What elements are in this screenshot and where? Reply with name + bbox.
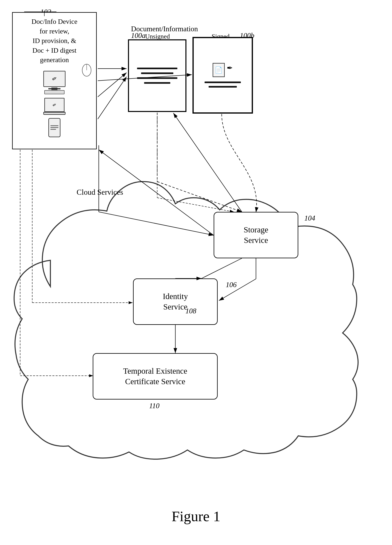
tec-service-box: Temporal ExistenceCertificate Service (93, 353, 218, 400)
pen-icon: ✒ (227, 64, 233, 72)
signed-doc-content: 📄 ✒ (198, 63, 248, 87)
storage-service-text: StorageService (244, 225, 268, 246)
identity-service-box: IdentityService (133, 279, 218, 325)
signed-doc-line-2 (209, 86, 237, 87)
monitor-1: ✏ (43, 71, 66, 87)
signed-document-box: 📄 ✒ (193, 37, 253, 114)
signed-doc-line-1 (205, 81, 241, 83)
signed-doc-icon-area: 📄 ✒ (213, 63, 233, 77)
unsigned-document-box (128, 39, 187, 112)
doc-line-4 (144, 82, 170, 84)
doc-header: Document/Information (131, 24, 198, 34)
ref-108: 108 (185, 307, 196, 315)
device-box: Doc/Info Devicefor review,ID provision, … (12, 12, 97, 149)
doc-line-1 (137, 68, 177, 69)
phone-line-3 (50, 129, 56, 130)
identity-service-text: IdentityService (163, 291, 188, 312)
svg-line-5 (98, 73, 127, 97)
phone-screen (50, 125, 58, 130)
desktop-computer-1: ✏ (43, 71, 66, 94)
ref-104: 104 (304, 214, 315, 222)
doc-line-3 (137, 77, 177, 79)
laptop-icon: ✏ (43, 98, 66, 115)
doc-line-2 (141, 72, 173, 74)
diagram: 102 100a 100b Doc/Info Devicefor review,… (0, 0, 392, 545)
pencil-icon-laptop: ✏ (52, 102, 57, 108)
figure-label: Figure 1 (172, 508, 221, 525)
unsigned-label: Unsigned (145, 33, 170, 40)
storage-service-box: StorageService (214, 212, 298, 258)
cloud-services-label: Cloud Services (77, 188, 123, 197)
tec-service-text: Temporal ExistenceCertificate Service (123, 366, 187, 387)
phone-line-2 (50, 127, 58, 128)
phone-line-1 (50, 125, 58, 126)
doc-with-pen-icon: 📄 (213, 63, 225, 77)
laptop-base (43, 112, 66, 115)
svg-line-6 (98, 77, 127, 119)
pencil-icon-1: ✏ (51, 75, 58, 83)
keyboard-1 (44, 90, 65, 94)
phone-icon (48, 118, 60, 137)
device-box-text: Doc/Info Devicefor review,ID provision, … (31, 17, 77, 65)
ref-110: 110 (149, 402, 159, 410)
ref-106: 106 (226, 280, 237, 289)
laptop-screen: ✏ (44, 98, 65, 112)
